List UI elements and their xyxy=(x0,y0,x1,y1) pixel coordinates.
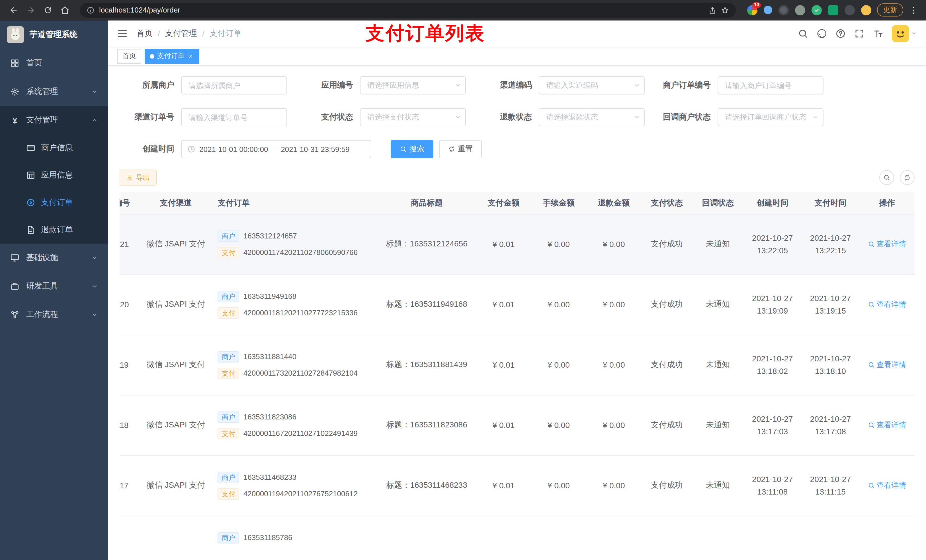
sidebar-item-pay[interactable]: ¥ 支付管理 xyxy=(0,106,108,134)
orders-table: 编号 支付渠道 支付订单 商品标题 支付金额 手续金额 退款金额 支付状态 回调… xyxy=(120,192,915,559)
sidebar-item-refund-order[interactable]: 退款订单 xyxy=(0,216,108,244)
breadcrumb-current: 支付订单 xyxy=(210,29,242,39)
chevron-down-icon xyxy=(911,31,917,36)
download-icon xyxy=(126,174,133,181)
sidebar-item-app-info[interactable]: 应用信息 xyxy=(0,162,108,189)
sidebar-item-pay-order[interactable]: 支付订单 xyxy=(0,189,108,216)
cell-pay-order: 商户1635311823086 支付4200001167202110271022… xyxy=(212,395,378,455)
col-channel: 支付渠道 xyxy=(139,192,212,214)
col-created: 创建时间 xyxy=(743,192,802,214)
cell-channel xyxy=(139,516,212,559)
app-grid-icon xyxy=(26,171,35,180)
cell-title: 标题：1635311468233 xyxy=(377,455,476,516)
vue-devtools-icon[interactable] xyxy=(811,5,822,15)
cell-fee: ¥ 0.00 xyxy=(531,214,586,274)
refresh-icon xyxy=(448,146,455,152)
view-detail-link[interactable]: 查看详情 xyxy=(868,299,906,309)
browser-back-button[interactable] xyxy=(6,2,22,18)
table-row: 121 微信 JSAPI 支付 商户1635312124657 支付420000… xyxy=(120,214,915,274)
search-button[interactable]: 搜索 xyxy=(391,140,433,158)
sidebar-item-infra[interactable]: 基础设施 xyxy=(0,244,108,272)
table-header-row: 编号 支付渠道 支付订单 商品标题 支付金额 手续金额 退款金额 支付状态 回调… xyxy=(120,192,915,214)
browser-reload-button[interactable] xyxy=(40,2,56,18)
view-detail-link[interactable]: 查看详情 xyxy=(868,239,906,249)
browser-menu-icon[interactable] xyxy=(906,2,920,18)
logo-avatar xyxy=(7,26,24,43)
extension-icon[interactable] xyxy=(861,5,872,15)
sidebar-toggle-icon[interactable] xyxy=(117,29,127,39)
channel-order-no-input[interactable] xyxy=(181,108,287,126)
pay-tag: 支付 xyxy=(218,428,239,439)
top-navbar: 首页 / 支付管理 / 支付订单 支付订单列表 xyxy=(108,21,926,47)
reset-button[interactable]: 重置 xyxy=(439,140,482,158)
active-dot xyxy=(150,54,154,58)
channel-code-select[interactable]: 请输入渠道编码 xyxy=(539,76,645,95)
cell-action: 查看详情 xyxy=(859,274,915,335)
browser-home-button[interactable] xyxy=(57,2,73,18)
refresh-table-button[interactable] xyxy=(900,170,915,185)
cell-channel: 微信 JSAPI 支付 xyxy=(139,274,212,335)
share-icon[interactable] xyxy=(708,6,716,14)
bookmark-star-icon[interactable] xyxy=(721,6,729,14)
extension-icon[interactable] xyxy=(764,6,772,14)
url-text[interactable]: localhost:1024/pay/order xyxy=(99,6,180,14)
fullscreen-icon[interactable] xyxy=(854,29,864,39)
cell-status: 支付成功 xyxy=(641,335,692,395)
merchant-tag: 商户 xyxy=(218,230,239,242)
address-bar[interactable]: localhost:1024/pay/order xyxy=(80,3,736,17)
browser-forward-button[interactable] xyxy=(23,2,39,18)
cell-amount: ¥ 0.01 xyxy=(476,395,531,455)
document-icon xyxy=(26,225,35,234)
range-start: 2021-10-01 00:00:00 xyxy=(199,145,268,153)
github-icon[interactable] xyxy=(817,29,827,39)
sidebar-item-home[interactable]: 首页 xyxy=(0,49,108,77)
merchant-input[interactable] xyxy=(181,76,287,95)
view-detail-link[interactable]: 查看详情 xyxy=(868,360,906,370)
table-row-partial: 商户163531185786 xyxy=(120,516,915,559)
app-select[interactable]: 请选择应用信息 xyxy=(360,76,466,95)
extension-icon[interactable]: 10 xyxy=(747,5,757,15)
extensions-puzzle-icon[interactable] xyxy=(844,5,855,15)
cell-id: 118 xyxy=(120,395,139,455)
sidebar-item-merchant-info[interactable]: 商户信息 xyxy=(0,134,108,162)
pay-status-select[interactable]: 请选择支付状态 xyxy=(360,108,466,126)
tag-home[interactable]: 首页 xyxy=(117,49,141,63)
browser-update-button[interactable]: 更新 xyxy=(877,3,903,17)
view-detail-link[interactable]: 查看详情 xyxy=(868,420,906,430)
font-size-icon[interactable] xyxy=(873,29,883,39)
callback-status-select[interactable]: 请选择订单回调商户状态 xyxy=(717,108,823,126)
sidebar-item-system[interactable]: 系统管理 xyxy=(0,77,108,106)
extension-icon[interactable] xyxy=(828,5,838,15)
help-icon[interactable] xyxy=(835,29,846,39)
sidebar-item-workflow[interactable]: 工作流程 xyxy=(0,300,108,329)
sidebar-item-devtools[interactable]: 研发工具 xyxy=(0,272,108,300)
tag-pay-order[interactable]: 支付订单 xyxy=(145,49,199,63)
search-icon xyxy=(868,422,875,429)
monitor-icon xyxy=(10,253,20,263)
chevron-down-icon xyxy=(454,82,461,89)
avatar-image xyxy=(892,25,909,42)
breadcrumb-pay[interactable]: 支付管理 xyxy=(165,29,197,39)
cell-notify: 未通知 xyxy=(693,214,743,274)
extension-icon[interactable] xyxy=(795,5,805,15)
user-avatar[interactable] xyxy=(892,25,917,42)
logo[interactable]: 芋道管理系统 xyxy=(0,21,108,49)
chevron-down-icon xyxy=(633,114,640,121)
toggle-search-button[interactable] xyxy=(879,170,894,185)
target-icon xyxy=(26,198,35,207)
extension-icon[interactable] xyxy=(779,5,789,15)
view-detail-link[interactable]: 查看详情 xyxy=(868,480,906,491)
breadcrumb-home[interactable]: 首页 xyxy=(137,29,153,39)
search-icon[interactable] xyxy=(798,29,808,39)
pay-tag: 支付 xyxy=(218,307,239,318)
refund-status-select[interactable]: 请选择退款状态 xyxy=(539,108,645,126)
col-id: 编号 xyxy=(120,192,139,214)
create-time-range-picker[interactable]: 2021-10-01 00:00:00 - 2021-10-31 23:59:5… xyxy=(181,140,371,158)
export-button[interactable]: 导出 xyxy=(120,170,157,186)
site-info-icon[interactable] xyxy=(86,6,95,14)
close-icon[interactable] xyxy=(188,53,194,59)
cell-id: 119 xyxy=(120,335,139,395)
merchant-order-no-input[interactable] xyxy=(717,76,823,95)
pay-submenu: 商户信息 应用信息 支付订单 退款订单 xyxy=(0,134,108,244)
cell-amount: ¥ 0.01 xyxy=(476,335,531,395)
